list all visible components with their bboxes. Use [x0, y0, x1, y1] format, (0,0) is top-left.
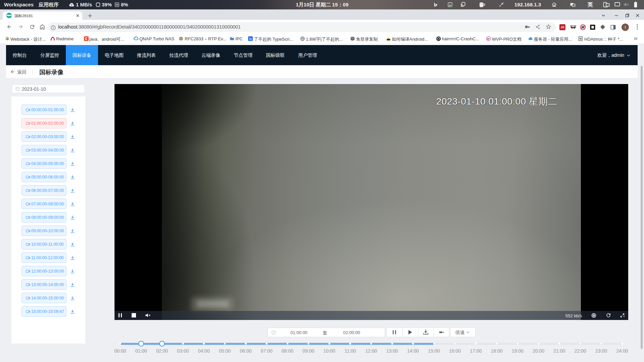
svg-text:知: 知: [249, 37, 252, 41]
